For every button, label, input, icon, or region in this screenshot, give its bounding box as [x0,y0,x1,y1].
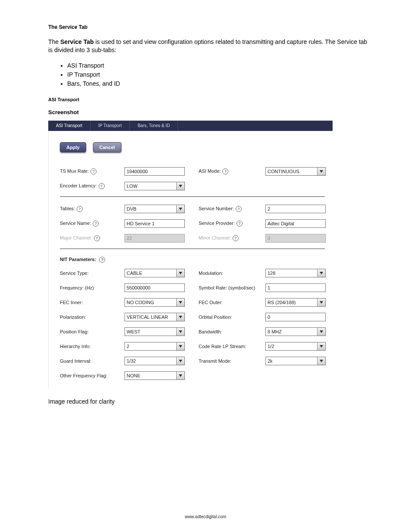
list-item: Bars, Tones, and ID [67,79,368,88]
tab-asi-transport[interactable]: ASI Transport [48,121,90,131]
other-frequency-flag-select[interactable]: NONE [125,371,185,380]
chevron-down-icon [317,357,325,365]
intro-post: is used to set and view configuration op… [48,38,367,53]
help-icon[interactable]: ? [233,235,239,241]
chevron-down-icon [317,299,325,306]
service-type-label: Service Type: [60,271,125,276]
major-channel-label: Major Channel:? [60,235,125,241]
intro-pre: The [48,38,60,45]
fec-inner-select[interactable]: NO CODING [125,298,185,307]
chevron-down-icon [176,357,184,365]
subtab-list: ASI Transport IP Transport Bars, Tones, … [67,61,368,88]
help-icon[interactable]: ? [77,206,83,212]
asi-mode-select[interactable]: CONTINUOUS [265,167,326,176]
code-rate-lp-label: Code Rate LP Stream: [199,344,265,349]
image-caption: Image reduced for clarity [48,398,368,405]
help-icon[interactable]: ? [237,221,243,227]
encoder-latency-select[interactable]: LOW [125,182,185,190]
encoder-latency-label: Encoder Latency:? [60,183,125,189]
chevron-down-icon [176,182,184,190]
orbital-position-input[interactable]: 0 [265,313,326,321]
guard-interval-select[interactable]: 1/32 [125,357,185,365]
transmit-mode-select[interactable]: 2k [265,357,326,365]
subsection-heading: ASI Transport [48,97,368,102]
tables-label: Tables:? [60,206,125,212]
service-type-select[interactable]: CABLE [125,269,185,277]
hierarchy-info-select[interactable]: 2 [125,342,185,351]
help-icon[interactable]: ? [93,221,99,227]
tables-select[interactable]: DVB [125,205,185,213]
minor-channel-input: 3 [265,234,326,243]
symbol-rate-input[interactable]: 1 [265,283,326,292]
minor-channel-label: Minor Channel:? [199,235,265,241]
guard-interval-label: Guard Interval: [60,358,125,364]
chevron-down-icon [176,299,184,306]
help-icon[interactable]: ? [99,183,105,189]
asi-mode-label: ASI Mode:? [199,168,265,174]
frequency-label: Frequency: (Hz) [60,285,125,290]
chevron-down-icon [317,342,325,350]
help-icon[interactable]: ? [236,206,242,212]
bandwidth-select[interactable]: 8 MHZ [265,327,326,336]
list-item: ASI Transport [67,61,368,70]
screenshot-heading: Screenshot [48,109,368,115]
position-flag-label: Position Flag: [60,329,125,334]
chevron-down-icon [317,168,325,175]
service-provider-input[interactable]: Adtec Digital [265,219,326,228]
major-channel-input: 22 [125,234,185,243]
tab-bar: ASI Transport IP Transport Bars, Tones &… [48,121,333,131]
chevron-down-icon [317,328,325,336]
tab-ip-transport[interactable]: IP Transport [90,121,130,131]
service-name-input[interactable]: HD Service 1 [125,219,185,228]
service-name-label: Service Name:? [60,221,125,227]
polarization-label: Polarization: [60,314,125,320]
ts-mux-rate-label: TS Mux Rate:? [60,168,125,174]
fec-outer-label: FEC Outer: [199,300,265,305]
hierarchy-info-label: Hierarchy Info: [60,344,125,349]
chevron-down-icon [176,342,184,350]
help-icon[interactable]: ? [90,168,97,174]
chevron-down-icon [176,205,184,213]
fec-inner-label: FEC Inner: [60,300,125,305]
screenshot-panel: ASI Transport IP Transport Bars, Tones &… [48,121,333,389]
frequency-input[interactable]: 550000000 [125,283,185,292]
chevron-down-icon [176,328,184,336]
intro-paragraph: The Service Tab is used to set and view … [48,38,368,54]
modulation-label: Modulation: [199,271,265,276]
section-heading: The Service Tab [48,24,368,30]
transmit-mode-label: Transmit Mode: [199,358,265,364]
help-icon[interactable]: ? [222,168,228,174]
orbital-position-label: Orbital Position: [199,314,265,320]
list-item: IP Transport [67,70,368,79]
chevron-down-icon [317,269,325,277]
chevron-down-icon [176,313,184,321]
intro-bold: Service Tab [60,38,94,45]
cancel-button[interactable]: Cancel [93,142,121,152]
asi-transport-panel: Apply Cancel TS Mux Rate:? 19400000 ASI … [48,131,333,389]
nit-parameters-heading: NIT Parameters: ? [60,257,325,263]
symbol-rate-label: Symbol Rate: (symbol/sec) [199,285,265,290]
code-rate-lp-select[interactable]: 1/2 [265,342,326,351]
tab-bars-tones-id[interactable]: Bars, Tones & ID [130,121,178,131]
ts-mux-rate-input[interactable]: 19400000 [125,167,185,176]
modulation-select[interactable]: 128 [265,269,326,277]
help-icon[interactable]: ? [94,235,100,241]
position-flag-select[interactable]: WEST [125,327,185,336]
service-number-label: Service Number:? [199,206,265,212]
service-number-input[interactable]: 2 [265,205,326,213]
polarization-select[interactable]: VERTICAL LINEAR [125,313,185,321]
chevron-down-icon [176,269,184,277]
apply-button[interactable]: Apply [60,142,86,152]
help-icon[interactable]: ? [99,257,105,263]
service-provider-label: Service Provider:? [199,221,265,227]
fec-outer-select[interactable]: RS (204/188) [265,298,326,307]
bandwidth-label: Bandwidth: [199,329,265,334]
page-footer: www.adtecdigital.com [0,514,411,519]
chevron-down-icon [176,372,184,380]
other-frequency-flag-label: Other Frequency Flag: [60,373,125,378]
